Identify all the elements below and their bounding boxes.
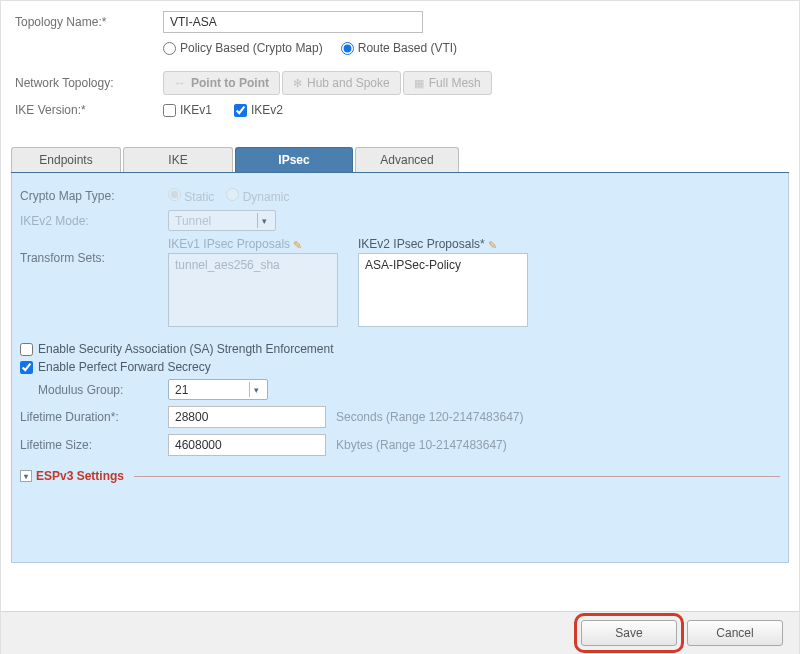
lifetime-duration-label: Lifetime Duration*:	[20, 410, 168, 424]
cancel-button[interactable]: Cancel	[687, 620, 783, 646]
tab-endpoints[interactable]: Endpoints	[11, 147, 121, 172]
route-based-radio[interactable]: Route Based (VTI)	[341, 41, 457, 55]
lifetime-duration-hint: Seconds (Range 120-2147483647)	[336, 410, 523, 424]
lifetime-size-label: Lifetime Size:	[20, 438, 168, 452]
tab-ike[interactable]: IKE	[123, 147, 233, 172]
modulus-group-select[interactable]: 21 ▾	[168, 379, 268, 400]
lifetime-duration-input[interactable]	[168, 406, 326, 428]
topology-name-input[interactable]	[163, 11, 423, 33]
policy-based-radio[interactable]: Policy Based (Crypto Map)	[163, 41, 323, 55]
transform-sets: IKEv1 IPsec Proposals tunnel_aes256_sha …	[168, 237, 548, 327]
ikev2-mode-label: IKEv2 Mode:	[20, 214, 168, 228]
modulus-group-label: Modulus Group:	[38, 383, 168, 397]
collapse-toggle-icon[interactable]: ▾	[20, 470, 32, 482]
tab-advanced[interactable]: Advanced	[355, 147, 459, 172]
pencil-icon[interactable]	[293, 238, 305, 250]
vpn-basis-radio-group: Policy Based (Crypto Map) Route Based (V…	[163, 41, 457, 55]
ike-version-group: IKEv1 IKEv2	[163, 103, 283, 117]
chevron-down-icon: ▾	[249, 382, 263, 397]
sa-strength-checkbox[interactable]: Enable Security Association (SA) Strengt…	[20, 340, 780, 358]
chevron-down-icon: ▾	[257, 213, 271, 228]
tab-bar: Endpoints IKE IPsec Advanced	[11, 147, 789, 174]
ikev1-checkbox[interactable]: IKEv1	[163, 103, 212, 117]
save-button[interactable]: Save	[581, 620, 677, 646]
topology-hub-and-spoke[interactable]: Hub and Spoke	[282, 71, 401, 95]
tab-ipsec[interactable]: IPsec	[235, 147, 353, 172]
ipsec-tab-body: Crypto Map Type: Static Dynamic IKEv2 Mo…	[11, 173, 789, 563]
dialog-footer: Save Cancel	[1, 611, 799, 654]
lifetime-size-input[interactable]	[168, 434, 326, 456]
hub-icon	[293, 76, 302, 90]
ikev2-checkbox[interactable]: IKEv2	[234, 103, 283, 117]
topology-name-label: Topology Name:*	[15, 15, 163, 29]
crypto-dynamic-radio: Dynamic	[226, 188, 289, 204]
pfs-checkbox[interactable]: Enable Perfect Forward Secrecy	[20, 358, 780, 376]
mesh-icon	[414, 76, 424, 90]
espv3-settings-section[interactable]: ▾ ESPv3 Settings	[20, 469, 780, 483]
vpn-topology-dialog: Topology Name:* Policy Based (Crypto Map…	[0, 0, 800, 654]
ikev1-proposals-list: tunnel_aes256_sha	[168, 253, 338, 327]
network-topology-label: Network Topology:	[15, 76, 163, 90]
ikev2-mode-select: Tunnel ▾	[168, 210, 276, 231]
pencil-icon[interactable]	[488, 238, 500, 250]
topology-full-mesh[interactable]: Full Mesh	[403, 71, 492, 95]
ikev2-proposals-list[interactable]: ASA-IPSec-Policy	[358, 253, 528, 327]
network-topology-group: ↔ Point to Point Hub and Spoke Full Mesh	[163, 71, 492, 95]
topology-point-to-point[interactable]: ↔ Point to Point	[163, 71, 280, 95]
transform-sets-label: Transform Sets:	[20, 237, 168, 265]
ike-version-label: IKE Version:*	[15, 103, 163, 117]
ikev1-proposals-header: IKEv1 IPsec Proposals	[168, 237, 348, 251]
lifetime-size-hint: Kbytes (Range 10-2147483647)	[336, 438, 507, 452]
crypto-map-type-label: Crypto Map Type:	[20, 189, 168, 203]
crypto-static-radio: Static	[168, 188, 214, 204]
ikev2-proposals-header: IKEv2 IPsec Proposals*	[358, 237, 538, 251]
arrows-icon: ↔	[174, 76, 186, 90]
